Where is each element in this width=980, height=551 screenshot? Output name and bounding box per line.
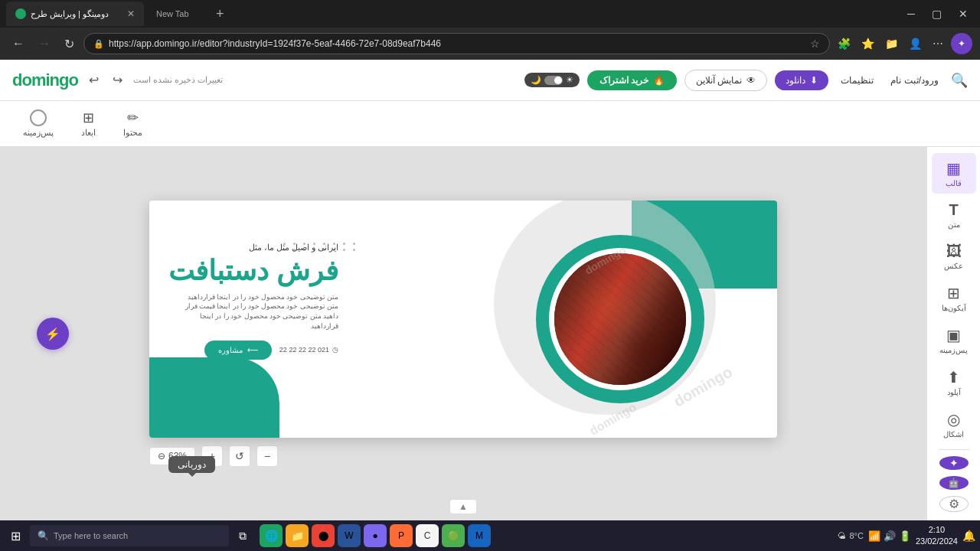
panel-item-background[interactable]: ▣ پس‌زمینه	[932, 320, 976, 360]
taskbar-search-icon: 🔍	[38, 530, 49, 541]
redo-button[interactable]: ↪	[109, 71, 126, 89]
text-icon: T	[949, 201, 958, 219]
main-area: ⚡	[0, 147, 980, 520]
tool-content[interactable]: ✏ محتوا	[116, 105, 150, 142]
tool-background[interactable]: پس‌زمینه	[15, 105, 61, 142]
image-icon: 🖼	[946, 243, 962, 260]
panel-item-icons[interactable]: ⊞ آیکون‌ها	[932, 278, 976, 318]
volume-icon[interactable]: 🔊	[884, 530, 896, 542]
preview-label: نمایش آنلاین	[696, 75, 742, 86]
start-button[interactable]: ⊞	[5, 526, 27, 546]
browser-tab-active[interactable]: دومینگو | ویرایش طرح ✕	[6, 2, 144, 26]
phone-number: 021 22 22 22 22	[279, 346, 329, 354]
browser-tab-inactive[interactable]: New Tab	[147, 2, 208, 26]
tooltip-label: دوربانی	[178, 459, 206, 470]
maximize-button[interactable]: ▢	[926, 6, 948, 21]
icons-label: آیکون‌ها	[942, 304, 966, 312]
preview-button[interactable]: 👁 نمایش آنلاین	[684, 70, 767, 91]
panel-item-text[interactable]: T متن	[932, 195, 976, 235]
text-label: متن	[948, 220, 960, 229]
forward-button[interactable]: →	[34, 34, 55, 54]
taskbar: ⊞ 🔍 Type here to search ⧉ 🌐 📁 ⬤ W ● P C …	[0, 520, 980, 551]
tab-close-icon[interactable]: ✕	[127, 8, 135, 19]
close-button[interactable]: ✕	[952, 6, 974, 21]
new-tab-button[interactable]: +	[211, 6, 229, 22]
app-logo[interactable]: domingo	[12, 70, 78, 90]
download-label: دانلود	[786, 75, 805, 86]
weather-icon: 🌤	[838, 531, 846, 540]
favorites-button[interactable]: ⭐	[858, 34, 877, 53]
panel-item-image[interactable]: 🖼 عکس	[932, 236, 976, 276]
taskbar-search-placeholder: Type here to search	[54, 531, 128, 540]
shapes-label: اشکال	[943, 430, 964, 439]
task-view-button[interactable]: ⧉	[232, 525, 253, 546]
taskbar-app5-icon[interactable]: ●	[364, 524, 387, 547]
lock-icon: 🔒	[93, 39, 104, 49]
taskbar-folder-icon[interactable]: 📁	[286, 524, 309, 547]
rotate-button[interactable]: ↺	[229, 445, 250, 467]
taskbar-app4-icon[interactable]: W	[338, 524, 361, 547]
taskbar-app9-icon[interactable]: M	[468, 524, 491, 547]
sun-icon: ☀	[566, 75, 573, 85]
download-icon: ⬇	[810, 75, 818, 86]
taskbar-search[interactable]: 🔍 Type here to search	[30, 525, 229, 546]
zoom-controls: ⊖ 63% + ↺ −	[149, 445, 777, 467]
back-button[interactable]: ←	[8, 34, 29, 54]
temperature: 8°C	[849, 531, 863, 540]
taskbar-clock[interactable]: 2:10 23/02/2024	[916, 524, 958, 548]
copilot-button[interactable]: ✦	[951, 33, 972, 54]
panel-item-template[interactable]: ▦ قالب	[932, 153, 976, 194]
app-container: domingo ↩ ↪ تغییرات ذخیره نشده است 🌙 ☀ 🔥…	[0, 60, 980, 520]
sub-toolbar: پس‌زمینه ⊞ ابعاد ✏ محتوا	[0, 101, 980, 147]
ai-button-2[interactable]: 🤖	[939, 476, 969, 490]
taskbar-edge-icon[interactable]: 🌐	[260, 524, 283, 547]
upload-icon: ⬆	[947, 368, 960, 386]
more-button[interactable]: ⋯	[929, 34, 946, 53]
design-canvas[interactable]: ایرانی و اصیل مثل ما، مثل فرش دستبافت مت…	[149, 201, 777, 438]
minimize-button[interactable]: ─	[901, 6, 921, 21]
notification-icon[interactable]: 🔔	[962, 530, 975, 542]
zoom-out-button[interactable]: −	[256, 445, 278, 467]
collapse-button[interactable]: ▲	[449, 499, 477, 514]
refresh-button[interactable]: ↻	[60, 34, 79, 54]
clock-date: 23/02/2024	[916, 536, 958, 547]
tooltip-badge: دوربانی	[168, 456, 215, 473]
undo-button[interactable]: ↩	[86, 71, 102, 89]
battery-icon[interactable]: 🔋	[899, 530, 911, 542]
download-button[interactable]: ⬇ دانلود	[775, 70, 828, 90]
bookmark-icon[interactable]: ☆	[810, 37, 820, 50]
consult-button[interactable]: ⟵ مشاوره	[204, 341, 272, 360]
tagline-text: ایرانی و اصیل مثل ما، مثل	[168, 243, 338, 253]
taskbar-chrome-icon[interactable]: ⬤	[312, 524, 335, 547]
buy-label: خرید اشتراک	[599, 75, 648, 86]
shapes-icon: ◎	[947, 410, 960, 429]
dark-mode-toggle[interactable]: 🌙 ☀	[524, 73, 580, 87]
tab-label: دومینگو | ویرایش طرح	[31, 9, 122, 19]
fab-button[interactable]: ⚡	[37, 318, 69, 350]
login-button[interactable]: ورود/ثبت نام	[886, 70, 943, 90]
clock-time: 2:10	[916, 524, 958, 536]
weather-widget: 🌤 8°C	[838, 531, 863, 540]
panel-item-shapes[interactable]: ◎ اشکال	[932, 404, 976, 445]
buy-button[interactable]: 🔥 خرید اشتراک	[587, 70, 677, 90]
panel-item-upload[interactable]: ⬆ آپلود	[932, 362, 976, 403]
content-label: محتوا	[123, 128, 142, 138]
taskbar-app8-icon[interactable]: 🟢	[442, 524, 465, 547]
header-search-icon[interactable]: 🔍	[951, 72, 968, 89]
network-icon[interactable]: 📶	[868, 530, 880, 542]
taskbar-app7-icon[interactable]: C	[416, 524, 439, 547]
panel-settings-button[interactable]: ⚙	[939, 496, 969, 512]
collections-button[interactable]: 📁	[882, 34, 901, 53]
content-icon: ✏	[127, 109, 139, 126]
taskbar-app6-icon[interactable]: P	[390, 524, 413, 547]
url-input[interactable]	[109, 38, 805, 49]
system-tray: 📶 🔊 🔋	[868, 530, 911, 542]
tool-dimensions[interactable]: ⊞ ابعاد	[74, 105, 103, 142]
extensions-button[interactable]: 🧩	[835, 34, 854, 53]
ai-button-1[interactable]: ✦	[939, 456, 969, 470]
address-bar[interactable]: 🔒 ☆	[83, 33, 830, 54]
settings-button[interactable]: تنظیمات	[836, 70, 878, 90]
description-text: متن توضیحی خود محصول خود را در اینجا قرا…	[178, 292, 338, 331]
dimensions-label: ابعاد	[81, 128, 96, 138]
profile-button[interactable]: 👤	[906, 34, 925, 53]
